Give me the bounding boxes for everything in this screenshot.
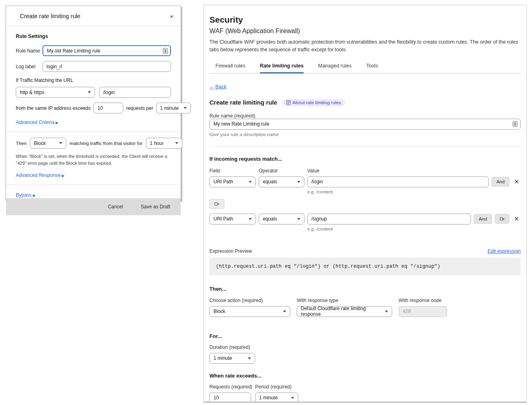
url-row: http & https [16, 87, 171, 98]
back-label: Back [215, 84, 227, 90]
about-rate-limiting-badge[interactable]: About rate limiting rules [282, 99, 345, 106]
rule-name-label: Rule Name [16, 48, 42, 54]
log-label-input[interactable] [42, 61, 171, 72]
operator-select[interactable]: equals [259, 214, 304, 225]
action-select[interactable]: Block [30, 138, 66, 149]
chevron-down-icon [88, 91, 91, 93]
chevron-down-icon [297, 181, 300, 183]
create-rule-heading: Create rate limiting rule [209, 99, 277, 106]
rate-row: 1 minute [209, 392, 521, 402]
rate-exceeds-heading: When rate exceeds... [209, 373, 521, 379]
cancel-button[interactable]: Cancel [108, 204, 123, 210]
expression-preview-label: Expression Preview [209, 248, 252, 254]
then-label: Then [16, 141, 27, 146]
condition-labels: Field Operator Value [209, 168, 521, 174]
remove-condition-icon[interactable]: ✕ [512, 215, 521, 222]
value-input[interactable] [307, 176, 489, 187]
divider [6, 132, 181, 132]
create-rate-limit-dialog: Create rate limiting rule × Rule Setting… [6, 6, 181, 201]
close-icon[interactable]: × [168, 13, 175, 20]
security-waf-panel: Security WAF (Web Application Firewall) … [203, 5, 527, 402]
and-button[interactable]: And [492, 177, 509, 187]
dialog-body: Rule Settings Rule Name Log label If Tra… [6, 26, 181, 198]
threshold-input[interactable] [93, 103, 123, 113]
rule-name-block: Rule name (required) Give your rule a de… [209, 113, 521, 137]
then-heading: Then... [209, 286, 521, 292]
scheme-select[interactable]: http & https [16, 87, 95, 98]
advanced-response-label: Advanced Response [16, 172, 61, 178]
response-type-value: Default Cloudflare rate limiting respons… [301, 306, 382, 317]
rule-name-input[interactable] [42, 45, 171, 56]
remove-condition-icon[interactable]: ✕ [512, 178, 521, 185]
log-label-label: Log label [16, 64, 42, 69]
or-row-button[interactable]: Or [495, 214, 510, 224]
response-type-select[interactable]: Default Cloudflare rate limiting respons… [297, 306, 392, 317]
autofill-icon [163, 48, 168, 54]
period-select[interactable]: 1 minute [156, 103, 191, 113]
url-input[interactable] [99, 87, 171, 98]
block-note: When "Block" is set, when the threshold … [16, 153, 171, 166]
response-code-input [399, 306, 447, 317]
chevron-down-icon [297, 218, 300, 220]
or-button[interactable]: Or [209, 199, 224, 209]
rule-name-label: Rule name (required) [209, 113, 521, 119]
tab-managed-rules[interactable]: Managed rules [318, 61, 352, 73]
chevron-down-icon [249, 218, 252, 220]
chevron-down-icon [249, 181, 252, 183]
value-hint: e.g. /content [307, 189, 521, 194]
block-duration-value: 1 hour [150, 141, 164, 146]
condition-row: URI Path equals And ✕ [209, 176, 521, 187]
expand-right-icon: ▶ [33, 193, 36, 197]
action-select-value: Block [34, 141, 46, 146]
tab-firewall-rules[interactable]: Firewall rules [215, 61, 245, 73]
then-mid-text: matching traffic from that visitor for [70, 141, 143, 146]
advanced-criteria-link[interactable]: Advanced Criteria▶ [16, 120, 58, 125]
for-heading: For... [209, 333, 521, 339]
about-badge-label: About rate limiting rules [293, 100, 341, 105]
expand-right-icon: ▶ [62, 174, 65, 178]
field-select[interactable]: URI Path [209, 176, 256, 187]
operator-select[interactable]: equals [259, 176, 304, 187]
value-label: Value [307, 168, 319, 174]
tab-tools[interactable]: Tools [366, 61, 378, 73]
field-select[interactable]: URI Path [209, 214, 256, 225]
tab-rate-limiting-rules[interactable]: Rate limiting rules [260, 61, 304, 73]
chevron-down-icon [283, 311, 286, 313]
requests-input[interactable] [209, 392, 251, 402]
scheme-select-value: http & https [20, 90, 44, 95]
edit-expression-link[interactable]: Edit expression [488, 248, 521, 254]
period-select[interactable]: 1 minute [255, 392, 298, 402]
expand-right-icon: ▶ [55, 121, 58, 125]
value-input[interactable] [307, 214, 471, 225]
requests-label: Requests (required) [209, 384, 255, 390]
save-as-draft-button[interactable]: Save as Draft [141, 204, 170, 210]
back-link[interactable]: ←Back [209, 84, 226, 90]
document-icon [286, 100, 291, 105]
action-select-value: Block [213, 308, 225, 314]
operator-select-value: equals [263, 179, 277, 185]
chevron-down-icon [59, 142, 62, 144]
bypass-link[interactable]: Bypass▶ [16, 192, 36, 198]
advanced-criteria-label: Advanced Criteria [16, 120, 54, 125]
period-select-value: 1 minute [160, 105, 179, 111]
chevron-down-icon [184, 107, 187, 109]
chevron-down-icon [175, 142, 178, 144]
action-row: Block Default Cloudflare rate limiting r… [209, 306, 521, 317]
action-select[interactable]: Block [209, 306, 290, 317]
advanced-response-link[interactable]: Advanced Response▶ [16, 172, 65, 178]
block-duration-select[interactable]: 1 hour [146, 138, 182, 149]
traffic-matching-heading: If Traffic Matching the URL [16, 78, 171, 83]
bypass-label: Bypass [16, 192, 32, 198]
threshold-mid-text: requests per [126, 105, 153, 111]
operator-label: Operator [259, 168, 307, 174]
divider [6, 185, 181, 185]
rule-name-input[interactable] [209, 119, 521, 130]
duration-select[interactable]: 1 minute [209, 353, 255, 364]
waf-tabs: Firewall rules Rate limiting rules Manag… [209, 61, 521, 73]
and-button[interactable]: And [474, 214, 492, 224]
divider [209, 147, 521, 147]
threshold-sentence: from the same IP address exceeds request… [16, 103, 171, 113]
rate-labels: Requests (required) Period (required) [209, 384, 521, 390]
action-labels: Choose action (required) With response t… [209, 298, 521, 303]
then-row: Then Block matching traffic from that vi… [16, 138, 171, 149]
